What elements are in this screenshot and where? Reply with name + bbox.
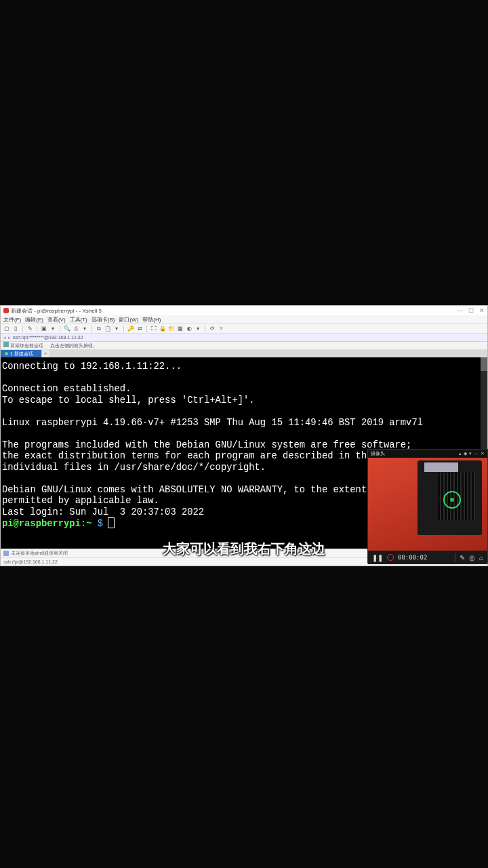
terminal-line: the exact distribution terms for each pr… [2,451,372,461]
quickbar-item[interactable]: 要添加当前会话 [3,342,43,349]
dropdown-icon[interactable]: ▾ [195,326,201,332]
camera-up-icon[interactable]: ▴ [459,451,462,456]
camera-window-controls: ▴ ◆ ▾ — ✕ [459,451,485,456]
camera-close-icon[interactable]: ✕ [481,451,485,456]
quickbar-hint: 点击左侧的箭头按钮。 [50,342,98,349]
camera-toolbar-separator [455,553,455,561]
copy-icon[interactable]: ⧉ [96,326,102,332]
camera-toolbar: ❚❚ 00:00:02 ✎ ◎ ⌂ [368,551,487,564]
prompt-symbol: $ [92,519,108,529]
terminal-line: Debian GNU/Linux comes with ABSOLUTELY N… [2,485,367,495]
color-icon[interactable]: ◐ [186,326,192,332]
toolbar-separator [37,326,37,332]
bookmark-icon [3,342,9,347]
usb-ports [424,462,458,472]
app-icon [3,308,9,313]
toolbar-separator [146,326,147,332]
window-titlebar[interactable]: 新建会话 - pi@raspberrypi - - Xshell 5 — ☐ ✕ [1,306,487,315]
quick-command-bar: 要添加当前会话 点击左侧的箭头按钮。 [1,342,487,350]
prompt-user: pi@raspberrypi [2,519,81,529]
terminal-line: Linux raspberrypi 4.19.66-v7+ #1253 SMP … [2,418,423,428]
menu-file[interactable]: 文件(F) [3,316,21,323]
home-icon[interactable]: ⌂ [479,554,483,561]
folder-icon[interactable]: 📁 [168,326,175,332]
record-time: 00:00:02 [398,554,427,561]
minimize-button[interactable]: — [457,307,463,314]
window-controls: — ☐ ✕ [457,307,485,314]
video-subtitle: 大家可以看到我右下角这边 [163,540,325,558]
help-icon[interactable]: ? [218,326,224,332]
camera-overlay-window[interactable]: 摄像头 ▴ ◆ ▾ — ✕ ❚❚ 00:00:02 ✎ ◎ ⌂ [367,449,488,564]
terminal-line: The programs included with the Debian GN… [2,440,411,450]
tile-icon[interactable]: ▦ [177,326,184,332]
dropdown-icon[interactable]: ▾ [49,326,56,332]
new-session-icon[interactable]: ▢ [3,326,10,332]
camera-snapshot-icon[interactable]: ◎ [469,554,475,561]
record-button[interactable] [387,554,394,561]
open-icon[interactable]: ▯ [12,326,19,332]
disconnect-icon[interactable]: ▣ [41,326,47,332]
connection-status: ssh://pi@192.168.1.11:22 [3,559,58,564]
tab-label: 1 新建会话 [10,351,33,357]
menu-bar: 文件(F) 编辑(E) 查看(V) 工具(T) 选项卡(B) 窗口(W) 帮助(… [1,315,487,324]
menu-window[interactable]: 窗口(W) [119,316,138,323]
terminal-line: permitted by applicable law. [2,496,159,506]
terminal-line: Connecting to 192.168.1.11:22... [2,361,182,372]
connect-icon[interactable]: ✎ [26,326,33,332]
camera-title: 摄像头 [371,450,385,457]
terminal-cursor [108,518,114,528]
session-tabs: 1 新建会话 + [1,350,487,357]
cursor-dot [450,498,454,502]
pause-button[interactable]: ❚❚ [372,554,383,561]
fullscreen-icon[interactable]: ⛶ [150,326,157,332]
menu-tab[interactable]: 选项卡(B) [92,316,115,323]
new-tab-button[interactable]: + [41,350,49,357]
camera-min-icon[interactable]: — [474,451,479,456]
terminal-line: Last login: Sun Jul 3 20:37:03 2022 [2,507,204,517]
dropdown-icon[interactable]: ▾ [113,326,120,332]
address-bar[interactable]: ◂ ▸ ssh://pi:********@192.168.1.11:22 [1,334,487,342]
toolbar-separator [60,326,60,332]
key-icon[interactable]: 🔑 [127,326,134,332]
menu-tools[interactable]: 工具(T) [70,316,87,323]
back-icon[interactable]: ◂ [3,335,6,340]
print-icon[interactable]: ⎙ [73,326,79,332]
raspberry-pi-board [418,460,482,535]
menu-view[interactable]: 查看(V) [47,316,66,323]
refresh-icon[interactable]: ⟳ [209,326,216,332]
forward-icon[interactable]: ▸ [8,335,11,340]
dropdown-icon[interactable]: ▾ [81,326,88,332]
camera-feed [368,458,487,551]
terminal-line: To escape to local shell, press 'Ctrl+Al… [2,395,255,406]
tab-session-1[interactable]: 1 新建会话 [1,350,41,357]
status-text: 未连接本地shell通道将关闭 [11,550,68,557]
status-icon [3,551,9,556]
terminal-line: individual files in /usr/share/doc/*/cop… [2,462,266,473]
terminal-line: Connection established. [2,384,131,394]
toolbar: ▢ ▯ ✎ ▣ ▾ 🔍 ⎙ ▾ ⧉ 📋 ▾ 🔑 ⇄ ⛶ 🔒 📁 ▦ ◐ ▾ ⟳ … [1,324,487,334]
menu-edit[interactable]: 编辑(E) [25,316,43,323]
window-title: 新建会话 - pi@raspberrypi - - Xshell 5 [11,307,102,315]
edit-icon[interactable]: ✎ [460,554,465,561]
quickbar-label: 要添加当前会话 [10,343,43,348]
prompt-path: :~ [81,519,92,529]
close-button[interactable]: ✕ [479,307,485,314]
address-text: ssh://pi:********@192.168.1.11:22 [13,335,83,340]
camera-down-icon[interactable]: ▾ [469,451,472,456]
camera-titlebar[interactable]: 摄像头 ▴ ◆ ▾ — ✕ [368,450,487,458]
maximize-button[interactable]: ☐ [468,307,474,314]
toolbar-separator [123,326,124,332]
toolbar-separator [92,326,92,332]
search-icon[interactable]: 🔍 [64,326,70,332]
camera-pin-icon[interactable]: ◆ [464,451,467,456]
transfer-icon[interactable]: ⇄ [136,326,143,332]
paste-icon[interactable]: 📋 [104,326,111,332]
toolbar-separator [205,326,205,332]
lock-icon[interactable]: 🔒 [159,326,166,332]
toolbar-separator [22,326,23,332]
menu-help[interactable]: 帮助(H) [142,316,161,323]
